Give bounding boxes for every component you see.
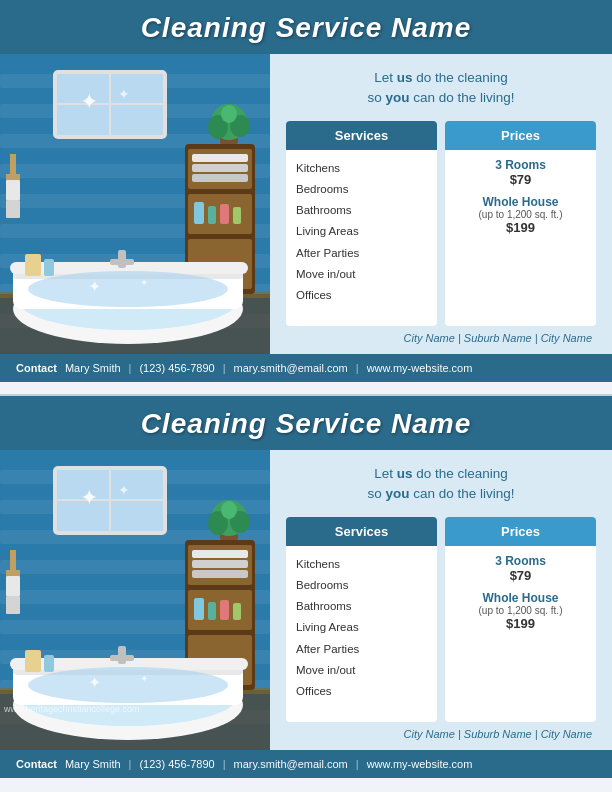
svg-rect-24 (192, 164, 248, 172)
service-item: Offices (296, 285, 427, 306)
flyer-header: Cleaning Service Name (0, 396, 612, 450)
service-item: Kitchens (296, 158, 427, 179)
service-item: Move in/out (296, 660, 427, 681)
contact-phone: (123) 456-7890 (139, 758, 214, 770)
svg-rect-34 (6, 200, 20, 218)
price-label: 3 Rooms (455, 554, 586, 568)
service-item: Bedrooms (296, 575, 427, 596)
svg-rect-26 (194, 202, 204, 224)
contact-label: Contact (16, 758, 57, 770)
prices-header: Prices (445, 517, 596, 546)
prices-content: 3 Rooms $79 Whole House (up to 1,200 sq.… (445, 150, 596, 251)
price-item: 3 Rooms $79 (455, 554, 586, 583)
services-header: Services (286, 517, 437, 546)
service-item: Bedrooms (296, 179, 427, 200)
contact-website: www.my-website.com (367, 362, 473, 374)
svg-rect-47 (110, 259, 134, 265)
svg-rect-49 (44, 259, 54, 276)
city-line: City Name | Suburb Name | City Name (286, 326, 596, 346)
services-prices-container: Services KitchensBedroomsBathroomsLiving… (286, 121, 596, 327)
separator: | (356, 758, 359, 770)
service-item: Kitchens (296, 554, 427, 575)
business-title: Cleaning Service Name (0, 12, 612, 44)
tagline: Let us do the cleaning so you can do the… (286, 68, 596, 109)
svg-rect-28 (220, 204, 229, 224)
contact-name: Mary Smith (65, 362, 121, 374)
services-box: Services KitchensBedroomsBathroomsLiving… (286, 121, 437, 327)
svg-point-91 (221, 501, 237, 519)
contact-email: mary.smith@email.com (234, 362, 348, 374)
flyer-content: Let us do the cleaning so you can do the… (270, 54, 612, 354)
svg-rect-27 (208, 206, 216, 224)
svg-rect-31 (6, 174, 20, 180)
flyer-2: Cleaning Service Name www.heritagechrist… (0, 396, 612, 792)
svg-rect-81 (233, 603, 241, 620)
bathroom-illustration: www.heritagechristiancollege.com (0, 450, 270, 750)
flyer-1: Cleaning Service Name (0, 0, 612, 396)
svg-rect-83 (6, 570, 20, 576)
price-value: $199 (455, 220, 586, 235)
svg-rect-100 (25, 650, 41, 672)
city-line: City Name | Suburb Name | City Name (286, 722, 596, 742)
svg-rect-99 (110, 655, 134, 661)
price-value: $79 (455, 568, 586, 583)
contact-phone: (123) 456-7890 (139, 362, 214, 374)
prices-header: Prices (445, 121, 596, 150)
service-item: Living Areas (296, 617, 427, 638)
contact-name: Mary Smith (65, 758, 121, 770)
svg-text:✦: ✦ (88, 278, 101, 295)
price-item: 3 Rooms $79 (455, 158, 586, 187)
svg-rect-76 (192, 560, 248, 568)
svg-text:✦: ✦ (80, 485, 98, 510)
svg-rect-33 (6, 180, 20, 200)
price-note: (up to 1,200 sq. ft.) (455, 209, 586, 220)
flyer-body: www.heritagechristiancollege.com (0, 450, 612, 750)
flyer-content: Let us do the cleaning so you can do the… (270, 450, 612, 750)
prices-content: 3 Rooms $79 Whole House (up to 1,200 sq.… (445, 546, 596, 647)
services-content: KitchensBedroomsBathroomsLiving AreasAft… (286, 546, 437, 711)
svg-rect-77 (192, 570, 248, 578)
contact-email: mary.smith@email.com (234, 758, 348, 770)
svg-rect-29 (233, 207, 241, 224)
svg-point-45 (28, 271, 228, 307)
svg-rect-79 (208, 602, 216, 620)
svg-point-39 (221, 105, 237, 123)
svg-text:✦: ✦ (80, 89, 98, 114)
flyer-footer: Contact Mary Smith | (123) 456-7890 | ma… (0, 354, 612, 382)
service-item: Living Areas (296, 221, 427, 242)
flyer-header: Cleaning Service Name (0, 0, 612, 54)
svg-text:✦: ✦ (88, 674, 101, 691)
svg-rect-101 (44, 655, 54, 672)
price-value: $79 (455, 172, 586, 187)
svg-rect-85 (6, 576, 20, 596)
separator: | (223, 362, 226, 374)
bathroom-illustration: ✦ ✦ (0, 54, 270, 354)
price-label: 3 Rooms (455, 158, 586, 172)
svg-text:✦: ✦ (140, 673, 148, 684)
price-value: $199 (455, 616, 586, 631)
service-item: Move in/out (296, 264, 427, 285)
service-item: Bathrooms (296, 200, 427, 221)
svg-text:✦: ✦ (140, 277, 148, 288)
service-item: Bathrooms (296, 596, 427, 617)
svg-rect-86 (6, 596, 20, 614)
services-header: Services (286, 121, 437, 150)
svg-rect-23 (192, 154, 248, 162)
flyer-footer: Contact Mary Smith | (123) 456-7890 | ma… (0, 750, 612, 778)
svg-rect-48 (25, 254, 41, 276)
price-label: Whole House (455, 195, 586, 209)
price-label: Whole House (455, 591, 586, 605)
service-item: After Parties (296, 243, 427, 264)
flyer-body: ✦ ✦ (0, 54, 612, 354)
services-box: Services KitchensBedroomsBathroomsLiving… (286, 517, 437, 723)
svg-rect-25 (192, 174, 248, 182)
services-list: KitchensBedroomsBathroomsLiving AreasAft… (296, 554, 427, 703)
svg-text:✦: ✦ (118, 482, 130, 498)
prices-box: Prices 3 Rooms $79 Whole House (445, 121, 596, 327)
svg-rect-75 (192, 550, 248, 558)
watermark: www.heritagechristiancollege.com (4, 704, 140, 714)
separator: | (223, 758, 226, 770)
svg-text:✦: ✦ (118, 86, 130, 102)
separator: | (129, 758, 132, 770)
prices-box: Prices 3 Rooms $79 Whole House (445, 517, 596, 723)
